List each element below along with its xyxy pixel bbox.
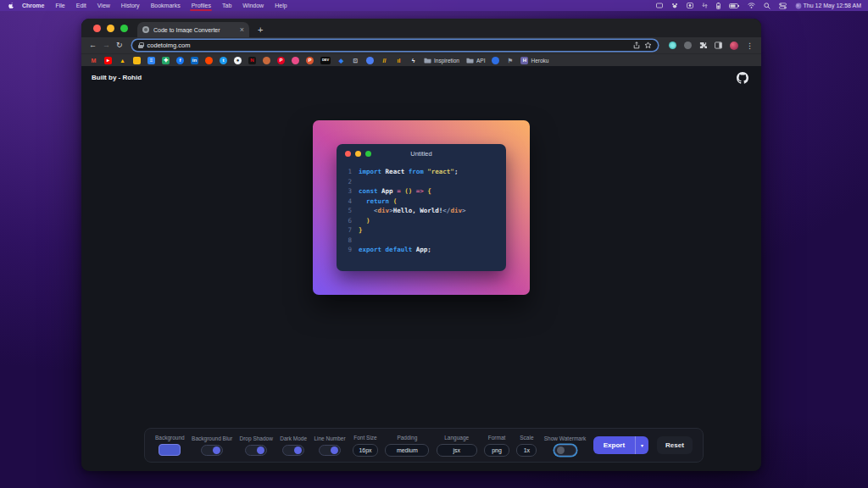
- display-arrows-icon[interactable]: [702, 3, 708, 8]
- font-size-input[interactable]: 16px: [353, 444, 378, 457]
- menu-item-edit[interactable]: Edit: [76, 3, 86, 8]
- minimize-window-button[interactable]: [107, 25, 114, 32]
- bookmark-google-docs-icon[interactable]: ≡: [147, 57, 155, 64]
- apple-logo-icon[interactable]: [7, 2, 15, 9]
- menu-item-window[interactable]: Window: [242, 3, 264, 8]
- reload-button[interactable]: ↻: [116, 42, 123, 49]
- bookmark-netflix-icon[interactable]: N: [248, 57, 256, 64]
- extension-loom-icon[interactable]: [684, 42, 692, 49]
- url-text[interactable]: codetoimg.com: [147, 42, 629, 49]
- export-options-caret[interactable]: ▾: [635, 436, 648, 454]
- menu-item-history[interactable]: History: [121, 3, 140, 8]
- line-number: 5: [345, 206, 352, 216]
- bookmark-google-drive-icon[interactable]: ▲: [119, 57, 126, 64]
- bookmark-monitor-icon[interactable]: ⊡: [352, 57, 359, 64]
- bookmark-flag-icon[interactable]: ⚑: [506, 57, 514, 64]
- bookmark-star-icon[interactable]: [644, 42, 652, 49]
- address-bar[interactable]: codetoimg.com: [132, 40, 658, 51]
- bookmark-google-ads-icon[interactable]: //: [381, 57, 388, 64]
- bookmark-bolt-icon[interactable]: ϟ: [409, 57, 417, 64]
- show-watermark-toggle[interactable]: [554, 445, 576, 456]
- language-select[interactable]: jsx: [437, 444, 477, 457]
- bookmark-analytics-icon[interactable]: ıl: [395, 57, 403, 64]
- format-select[interactable]: png: [484, 444, 509, 457]
- close-window-button[interactable]: [93, 25, 101, 32]
- bookmark-amber-folder-icon[interactable]: [133, 57, 141, 64]
- reset-button[interactable]: Reset: [657, 436, 693, 454]
- bookmark-product-hunt-icon[interactable]: P: [306, 57, 314, 64]
- code-body[interactable]: 1import React from "react";23const App =…: [337, 164, 506, 255]
- siri-icon[interactable]: [795, 3, 802, 9]
- extensions-puzzle-icon[interactable]: [699, 42, 707, 49]
- bookmark-reddit-icon[interactable]: [205, 57, 213, 64]
- export-split-button: Export ▾: [593, 436, 648, 454]
- back-button[interactable]: ←: [89, 42, 97, 49]
- bookmark-facebook-icon[interactable]: f: [176, 57, 184, 64]
- code-editor-window[interactable]: Untitled 1import React from "react";23co…: [337, 144, 506, 271]
- screen-record-icon[interactable]: [687, 3, 693, 8]
- menu-item-tab[interactable]: Tab: [222, 3, 231, 8]
- menu-item-file[interactable]: File: [55, 3, 64, 8]
- zoom-window-button[interactable]: [120, 25, 128, 32]
- bookmark-blue-dot-icon[interactable]: [366, 57, 374, 64]
- bookmark-gmail-icon[interactable]: M: [90, 57, 97, 64]
- control-center-icon[interactable]: [779, 3, 787, 9]
- menu-item-profiles[interactable]: Profiles: [192, 3, 211, 8]
- menu-item-chrome[interactable]: Chrome: [22, 3, 44, 8]
- bookmark-google-sheets-icon[interactable]: ✚: [162, 57, 170, 64]
- menu-item-help[interactable]: Help: [275, 3, 287, 8]
- bookmark-anchor-icon[interactable]: [492, 57, 499, 64]
- dark-mode-toggle[interactable]: [282, 445, 304, 456]
- bookmark-dribbble-icon[interactable]: [292, 57, 299, 64]
- drop-shadow-toggle[interactable]: [245, 445, 267, 456]
- bookmark-heroku-icon[interactable]: HHeroku: [520, 57, 548, 64]
- forward-button[interactable]: →: [103, 42, 110, 49]
- recording-indicator: [190, 9, 212, 11]
- menu-status-icons: [656, 3, 802, 9]
- bookmark-dev-icon[interactable]: DEV: [320, 57, 331, 64]
- bookmark-gem-icon[interactable]: ◆: [337, 57, 345, 64]
- dribbble-glyph: [292, 57, 299, 64]
- bookmark-api-folder-icon[interactable]: API: [466, 57, 485, 64]
- extension-react-icon[interactable]: [669, 42, 676, 49]
- vpn-paw-icon[interactable]: [671, 3, 678, 8]
- bookmark-flame-icon[interactable]: [263, 57, 270, 64]
- browser-toolbar: ← → ↻ codetoimg.com ⋮: [81, 37, 761, 53]
- bookmark-youtube-icon[interactable]: ▸: [104, 57, 112, 64]
- editor-yellow-dot: [355, 151, 361, 157]
- menu-item-bookmarks[interactable]: Bookmarks: [151, 3, 181, 8]
- side-panel-icon[interactable]: [715, 42, 722, 49]
- padding-select[interactable]: medium: [385, 444, 429, 457]
- background-color-swatch[interactable]: [159, 444, 181, 456]
- new-tab-button[interactable]: +: [258, 25, 263, 35]
- macos-menu-bar: Chrome FileEditViewHistoryBookmarksProfi…: [0, 0, 868, 11]
- editor-title[interactable]: Untitled: [410, 150, 431, 158]
- keyboard-icon[interactable]: [656, 3, 663, 8]
- scale-select[interactable]: 1x: [516, 444, 537, 457]
- bookmark-pinterest-icon[interactable]: P: [277, 57, 285, 64]
- background-blur-toggle[interactable]: [201, 445, 223, 456]
- chrome-menu-icon[interactable]: ⋮: [746, 42, 754, 50]
- profile-avatar[interactable]: [730, 42, 738, 50]
- bookmark-twitter-icon[interactable]: t: [220, 57, 227, 64]
- show-watermark-control: Show Watermark: [544, 435, 587, 456]
- built-by-text: Built by - Rohid: [92, 74, 142, 81]
- bookmark-linkedin-icon[interactable]: in: [191, 57, 198, 64]
- lock-icon[interactable]: [138, 42, 143, 48]
- bookmark-github-icon[interactable]: ●: [234, 57, 242, 64]
- line-number-toggle[interactable]: [319, 445, 341, 456]
- bookmark-inspiration-folder-icon[interactable]: Inspiretion: [424, 57, 459, 64]
- menu-clock[interactable]: Thu 12 May 12:58 AM: [804, 3, 861, 8]
- format-label: Format: [488, 435, 506, 441]
- share-icon[interactable]: [633, 42, 640, 49]
- search-icon[interactable]: [764, 3, 771, 9]
- export-button[interactable]: Export: [593, 436, 635, 454]
- wifi-icon[interactable]: [748, 3, 755, 8]
- battery-icon[interactable]: [716, 3, 721, 9]
- github-link-icon[interactable]: [737, 72, 748, 84]
- browser-tab[interactable]: Code to Image Converter ×: [137, 22, 249, 37]
- meter-icon[interactable]: [729, 3, 739, 8]
- tab-close-icon[interactable]: ×: [240, 26, 244, 34]
- background-control: Background: [155, 435, 185, 456]
- menu-item-view[interactable]: View: [97, 3, 110, 8]
